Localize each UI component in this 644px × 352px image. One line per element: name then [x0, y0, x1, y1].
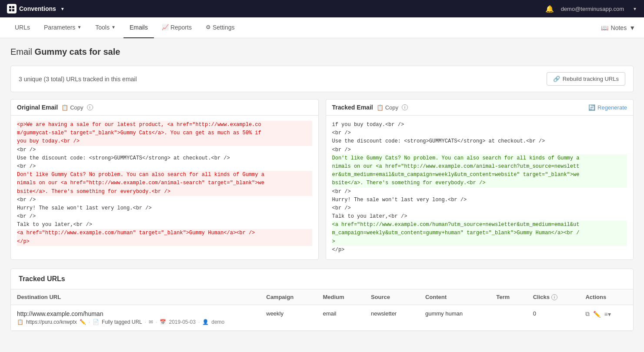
rebuild-tracking-urls-button[interactable]: 🔗 Rebuild tracking URLs [547, 72, 625, 86]
col-term: Term [490, 289, 527, 305]
notes-dropdown-icon: ▼ [629, 24, 635, 31]
main-nav-right: 📖 Notes ▼ [601, 24, 635, 31]
tracked-email-info-icon[interactable]: i [402, 104, 408, 110]
tracked-line-6: <br /> [332, 188, 627, 196]
table-header-row: Destination URL Campaign Medium Source C… [11, 289, 633, 305]
nav-parameters-label: Parameters [44, 24, 75, 31]
original-line-1: <p>We are having a sale for our latest p… [17, 121, 312, 146]
title-prefix: Email [10, 47, 35, 56]
user-icon: 👤 [202, 319, 209, 325]
user-email[interactable]: demo@terminusapp.com [561, 6, 624, 12]
page-content: Email Gummy cats for sale 3 unique (3 to… [0, 38, 644, 352]
original-email-code: <p>We are having a sale for our latest p… [11, 116, 318, 251]
edit-short-url-icon[interactable]: ✏️ [80, 319, 86, 325]
app-logo[interactable]: Conventions ▼ [7, 4, 65, 13]
user-value: demo [211, 319, 224, 325]
calendar-icon: 📅 [160, 319, 166, 325]
tracked-email-header-left: Tracked Email 📋 Copy i [332, 104, 408, 111]
date-value: 2019-05-03 [169, 319, 195, 325]
original-email-panel: Original Email 📋 Copy i <p>We are having… [10, 99, 319, 260]
app-dropdown-arrow[interactable]: ▼ [60, 7, 65, 11]
nav-item-settings[interactable]: ⚙ Settings [200, 17, 241, 38]
medium-cell: email [317, 305, 365, 331]
original-email-copy-button[interactable]: 📋 Copy [61, 104, 83, 111]
original-line-2: <br /> [17, 146, 312, 154]
top-bar-left: Conventions ▼ [7, 4, 65, 13]
separator-3: · [156, 319, 157, 325]
tracked-urls-title: Tracked URLs [11, 269, 633, 289]
tracked-email-title: Tracked Email [332, 104, 373, 111]
clicks-info-icon[interactable]: i [551, 294, 557, 300]
original-line-6: <br /> [17, 196, 312, 204]
original-email-header: Original Email 📋 Copy i [11, 100, 318, 116]
source-cell: newsletter [365, 305, 419, 331]
url-cell: http://www.example.com/human 📋 https://p… [11, 305, 260, 331]
clicks-label: Clicks [533, 294, 550, 300]
original-email-info-icon[interactable]: i [87, 104, 93, 110]
original-line-3: Use the discount code: <strong>GUMMYCATS… [17, 154, 312, 163]
tracked-line-1: if you buy today.<br /> [332, 121, 627, 129]
top-bar-right: 🔔 demo@terminusapp.com ▼ [545, 5, 637, 13]
nav-item-urls[interactable]: URLs [9, 17, 36, 38]
clicks-cell: 0 [527, 305, 580, 331]
tracked-copy-icon: 📋 [377, 104, 384, 111]
main-nav-left: URLs Parameters ▼ Tools ▼ Emails 📈 Repor… [9, 17, 241, 38]
copy-url-icon[interactable]: ⧉ [585, 310, 590, 318]
tracked-line-3: Use the discount code: <strong>GUMMYCATS… [332, 137, 627, 146]
main-nav: URLs Parameters ▼ Tools ▼ Emails 📈 Repor… [0, 17, 644, 38]
email-icon: ✉ [149, 319, 153, 325]
nav-tools-label: Tools [95, 24, 110, 31]
regenerate-button[interactable]: 🔄 Regenerate [588, 104, 627, 111]
user-dropdown-arrow[interactable]: ▼ [633, 7, 637, 11]
table-row: http://www.example.com/human 📋 https://p… [11, 305, 633, 331]
col-clicks: Clicks i [527, 289, 580, 305]
settings-gear-icon: ⚙ [206, 24, 211, 30]
tracked-line-4: <br /> [332, 146, 627, 154]
tracked-line-9: Talk to you later,<br /> [332, 213, 627, 221]
tracked-line-7: Hurry! The sale won't last very long.<br… [332, 196, 627, 204]
fully-tagged-url-label[interactable]: Fully tagged URL [102, 319, 142, 325]
tracked-email-copy-button[interactable]: 📋 Copy [377, 104, 398, 111]
svg-rect-2 [9, 9, 11, 11]
rebuild-btn-label: Rebuild tracking URLs [563, 76, 619, 82]
tracked-line-2: <br /> [332, 129, 627, 137]
nav-item-reports[interactable]: 📈 Reports [156, 17, 198, 38]
edit-url-icon[interactable]: ✏️ [593, 311, 601, 318]
nav-item-tools[interactable]: Tools ▼ [89, 17, 122, 38]
original-line-7: Hurry! The sale won't last very long.<br… [17, 204, 312, 213]
separator-2: · [145, 319, 146, 325]
destination-url: http://www.example.com/human [17, 310, 254, 317]
reports-chart-icon: 📈 [162, 24, 169, 30]
nav-settings-label: Settings [213, 24, 235, 31]
tracked-line-10: <a href="http://www.example.com/human?ut… [332, 221, 627, 246]
url-meta: 📋 https://puru.co/knwptx ✏️ · 📄 Fully ta… [17, 319, 254, 325]
actions-container: ⧉ ✏️ ≡▾ [585, 310, 627, 318]
original-line-4: <br /> [17, 163, 312, 171]
notes-label: Notes [611, 24, 627, 31]
actions-cell: ⧉ ✏️ ≡▾ [579, 305, 633, 331]
original-copy-icon: 📋 [61, 104, 68, 111]
email-columns: Original Email 📋 Copy i <p>We are having… [10, 99, 634, 260]
tracked-copy-label: Copy [385, 104, 398, 111]
bell-icon[interactable]: 🔔 [545, 5, 554, 13]
svg-rect-1 [12, 6, 14, 8]
nav-item-parameters[interactable]: Parameters ▼ [38, 17, 87, 38]
more-actions-icon[interactable]: ≡▾ [604, 311, 611, 318]
nav-item-emails[interactable]: Emails [123, 17, 154, 38]
svg-rect-0 [9, 6, 11, 8]
nav-notes[interactable]: 📖 Notes ▼ [601, 24, 635, 31]
tracked-email-panel: Tracked Email 📋 Copy i 🔄 Regenerate if y… [326, 99, 634, 260]
tracked-line-11: </p> [332, 246, 627, 254]
rebuild-link-icon: 🔗 [553, 76, 560, 82]
tracked-email-header: Tracked Email 📋 Copy i 🔄 Regenerate [326, 100, 634, 116]
parameters-dropdown-icon: ▼ [77, 25, 81, 30]
col-campaign: Campaign [260, 289, 317, 305]
original-line-10: <a href="http://www.example.com/human" t… [17, 229, 312, 246]
page-icon: 📄 [93, 319, 99, 325]
short-url[interactable]: https://puru.co/knwptx [26, 319, 77, 325]
tracked-line-5: Don't like Gummy Cats? No problem. You c… [332, 154, 627, 188]
nav-reports-label: Reports [170, 24, 192, 31]
col-source: Source [365, 289, 419, 305]
tracked-email-code: if you buy today.<br /> <br /> Use the d… [326, 116, 634, 259]
original-line-9: Talk to you later,<br /> [17, 221, 312, 229]
